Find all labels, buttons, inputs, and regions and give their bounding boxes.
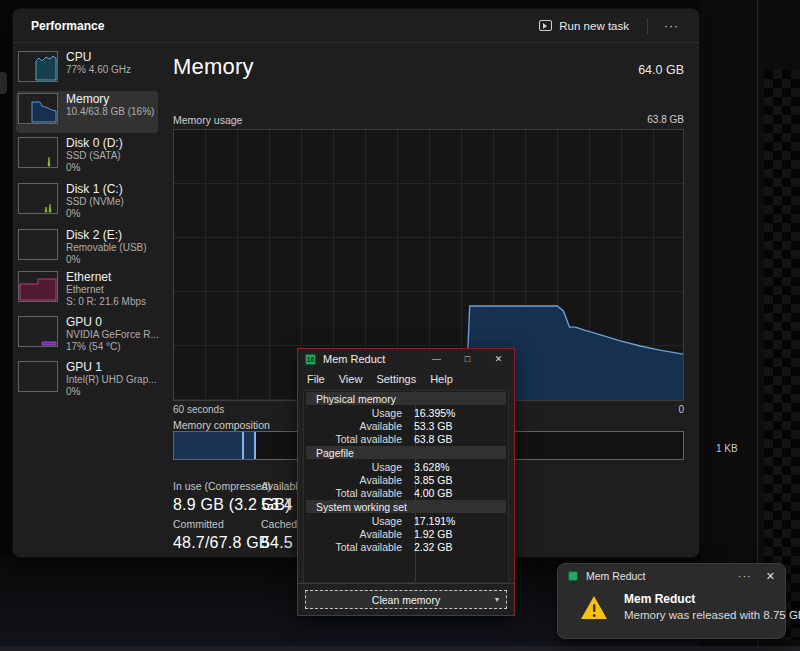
row-pagefile-usage: Usage3.628% <box>304 460 508 473</box>
sidebar-sub: Intel(R) UHD Grap... <box>66 374 157 386</box>
row-physical-available: Available53.3 GB <box>304 419 508 432</box>
sidebar-sub: NVIDIA GeForce R... <box>66 329 158 341</box>
sidebar-item-gpu0[interactable]: GPU 0 NVIDIA GeForce R... 17% (54 °C) <box>16 314 158 356</box>
maximize-button[interactable]: □ <box>452 349 483 369</box>
toast-more-button[interactable]: ··· <box>738 570 752 582</box>
sidebar-sub: 77% 4.60 GHz <box>66 64 131 76</box>
sidebar-label: GPU 0 <box>66 315 158 329</box>
gpu1-mini-chart <box>18 361 58 392</box>
run-new-task-label: Run new task <box>559 20 629 32</box>
composition-segment-modified <box>244 432 256 459</box>
mem-reduct-titlebar: 16 Mem Reduct — □ ✕ <box>298 349 514 369</box>
sidebar-sub2: S: 0 R: 21.6 Mbps <box>66 296 146 308</box>
sidebar-sub: Ethernet <box>66 284 146 296</box>
sidebar-label: Memory <box>66 92 154 106</box>
sidebar-sub2: 0% <box>66 254 147 266</box>
memory-total-capacity: 64.0 GB <box>638 63 684 77</box>
mem-reduct-listview: Physical memory Usage16.395% Available53… <box>303 390 509 583</box>
mem-reduct-title: Mem Reduct <box>323 353 385 365</box>
more-options-button[interactable]: ··· <box>658 17 685 35</box>
mem-reduct-menubar: File View Settings Help <box>298 369 514 388</box>
time-axis-right-label: 0 <box>678 404 684 415</box>
sidebar-item-disk0[interactable]: Disk 0 (D:) SSD (SATA) 0% <box>16 135 158 177</box>
sidebar-item-gpu1[interactable]: GPU 1 Intel(R) UHD Grap... 0% <box>16 359 158 401</box>
sidebar-sub: SSD (SATA) <box>66 150 123 162</box>
run-new-task-button[interactable]: Run new task <box>531 16 637 36</box>
menu-settings[interactable]: Settings <box>376 373 416 385</box>
sidebar-item-ethernet[interactable]: Ethernet Ethernet S: 0 R: 21.6 Mbps <box>16 269 158 311</box>
memory-usage-max: 63.8 GB <box>647 114 684 126</box>
sidebar-sub: SSD (NVMe) <box>66 196 124 208</box>
sidebar-sub2: 17% (54 °C) <box>66 341 158 353</box>
performance-sidebar: CPU 77% 4.60 GHz Memory 10.4/63.8 GB (16… <box>13 44 161 558</box>
background-artifact-pattern <box>764 70 800 640</box>
sidebar-item-disk2[interactable]: Disk 2 (E:) Removable (USB) 0% <box>16 227 158 269</box>
stat-non-paged-pool: Non-paged pool 1.3 GB <box>224 555 299 558</box>
sidebar-sub: Removable (USB) <box>66 242 147 254</box>
warning-icon <box>580 595 608 620</box>
gpu0-mini-chart <box>18 316 58 347</box>
sidebar-label: CPU <box>66 50 131 64</box>
row-physical-usage: Usage16.395% <box>304 406 508 419</box>
row-sws-total: Total available2.32 GB <box>304 540 508 553</box>
sidebar-sub: 10.4/63.8 GB (16%) <box>66 106 154 118</box>
sidebar-sub2: 0% <box>66 386 157 398</box>
row-pagefile-available: Available3.85 GB <box>304 473 508 486</box>
sidebar-label: GPU 1 <box>66 360 157 374</box>
toast-title: Mem Reduct <box>624 592 775 606</box>
clean-memory-dropdown-icon[interactable]: ▾ <box>495 595 499 604</box>
cpu-mini-chart <box>18 51 58 82</box>
stat-paged-pool: Paged pool 1.6 GB <box>173 555 226 558</box>
menu-help[interactable]: Help <box>430 373 453 385</box>
disk2-mini-chart <box>18 229 58 260</box>
memory-usage-label: Memory usage <box>173 114 242 126</box>
toast-app-icon <box>568 571 578 581</box>
ethernet-mini-chart <box>18 271 58 302</box>
clean-memory-button[interactable]: Clean memory ▾ <box>305 590 507 609</box>
composition-segment-in-use <box>174 432 244 459</box>
sidebar-item-cpu[interactable]: CPU 77% 4.60 GHz <box>16 49 158 91</box>
mem-reduct-app-icon: 16 <box>305 354 316 365</box>
disk1-mini-chart <box>18 183 58 214</box>
sidebar-label: Disk 2 (E:) <box>66 228 147 242</box>
row-sws-available: Available1.92 GB <box>304 527 508 540</box>
task-manager-header: Performance Run new task ··· <box>13 9 699 43</box>
background-window-edge <box>757 0 758 646</box>
sidebar-sub2: 0% <box>66 208 124 220</box>
row-physical-total: Total available63.8 GB <box>304 432 508 445</box>
page-title: Performance <box>31 19 104 33</box>
time-axis-left-label: 60 seconds <box>173 404 224 415</box>
toast-message: Memory was released with 8.75 GB result. <box>624 609 775 621</box>
toast-body: Mem Reduct Memory was released with 8.75… <box>558 588 785 621</box>
disk0-mini-chart <box>18 137 58 168</box>
menu-view[interactable]: View <box>339 373 363 385</box>
sidebar-sub2: 0% <box>66 162 123 174</box>
mem-reduct-button-bar: Clean memory ▾ <box>298 583 514 615</box>
row-pagefile-total: Total available4.00 GB <box>304 486 508 499</box>
section-pagefile: Pagefile <box>306 446 506 459</box>
stat-committed: Committed 48.7/67.8 GB <box>173 518 270 552</box>
memory-title: Memory <box>173 54 254 80</box>
toast-close-button[interactable]: ✕ <box>766 570 775 583</box>
sidebar-label: Disk 0 (D:) <box>66 136 123 150</box>
sidebar-label: Ethernet <box>66 270 146 284</box>
memory-mini-chart <box>18 93 58 124</box>
toast-header: Mem Reduct ··· ✕ <box>558 564 785 588</box>
mem-reduct-window: 16 Mem Reduct — □ ✕ File View Settings H… <box>297 348 515 616</box>
sidebar-item-disk1[interactable]: Disk 1 (C:) SSD (NVMe) 0% <box>16 181 158 223</box>
sidebar-item-memory[interactable]: Memory 10.4/63.8 GB (16%) <box>16 91 158 133</box>
run-new-task-icon <box>539 20 552 31</box>
minimize-button[interactable]: — <box>421 349 452 369</box>
left-edge-notch <box>0 72 7 94</box>
notification-toast[interactable]: Mem Reduct ··· ✕ Mem Reduct Memory was r… <box>557 563 786 639</box>
screen: 1 KB Performance Run new task ··· CPU <box>0 0 800 651</box>
toast-app-name: Mem Reduct <box>586 570 646 582</box>
sidebar-label: Disk 1 (C:) <box>66 182 124 196</box>
section-system-working-set: System working set <box>306 500 506 513</box>
header-divider <box>647 18 648 34</box>
menu-file[interactable]: File <box>307 373 325 385</box>
section-physical-memory: Physical memory <box>306 392 506 405</box>
row-sws-usage: Usage17.191% <box>304 514 508 527</box>
close-button[interactable]: ✕ <box>483 349 514 369</box>
memory-composition-label: Memory composition <box>173 419 270 431</box>
